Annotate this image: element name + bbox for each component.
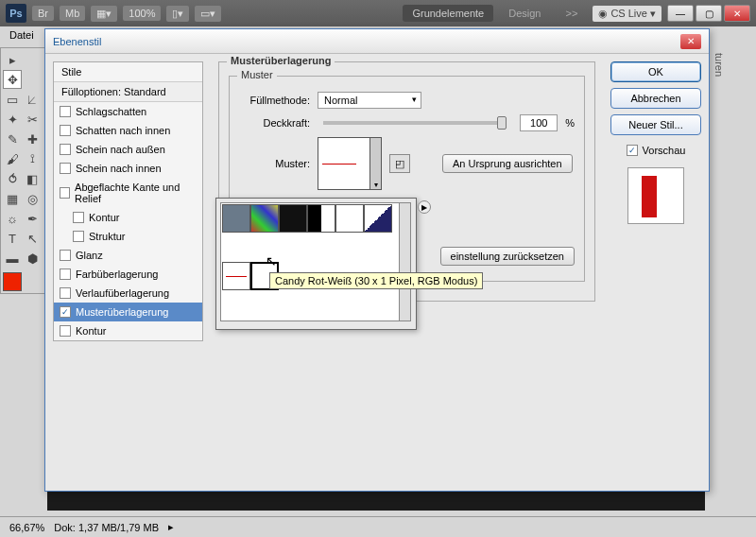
ok-button[interactable]: OK	[610, 61, 701, 82]
workspace-tab-grundelemente[interactable]: Grundelemente	[403, 5, 493, 22]
style-label: Glanz	[76, 250, 103, 261]
shape-tool[interactable]: ▬	[3, 249, 22, 268]
bridge-button[interactable]: Br	[32, 6, 54, 21]
style-outer-glow[interactable]: Schein nach außen	[54, 140, 202, 159]
history-tool[interactable]: ⥀	[3, 169, 22, 188]
expand-icon[interactable]: ▸	[3, 50, 22, 69]
pattern-preview[interactable]	[318, 137, 370, 190]
style-gradient-overlay[interactable]: Verlaufüberlagerung	[54, 284, 202, 303]
pattern-swatch[interactable]	[364, 204, 392, 233]
blur-tool[interactable]: ◎	[23, 189, 42, 208]
marquee-tool[interactable]: ▭	[3, 90, 22, 109]
checkbox[interactable]	[60, 125, 71, 136]
picker-flyout-icon[interactable]: ▶	[418, 200, 431, 214]
group-legend: Muster	[237, 69, 277, 80]
guides-button[interactable]: ▭▾	[195, 6, 221, 22]
style-contour[interactable]: Kontur	[54, 208, 202, 227]
workspace-tab-design[interactable]: Design	[499, 5, 550, 22]
pattern-swatch[interactable]	[250, 204, 279, 233]
crop-tool[interactable]: ✂	[23, 110, 42, 129]
dodge-tool[interactable]: ☼	[3, 209, 22, 228]
checkbox-checked[interactable]: ✓	[627, 145, 638, 156]
zoom-level[interactable]: 100%	[123, 6, 161, 21]
gradient-tool[interactable]: ▦	[3, 189, 22, 208]
style-bevel[interactable]: Abgeflachte Kante und Relief	[54, 178, 202, 208]
checkbox[interactable]	[60, 268, 71, 280]
pen-tool[interactable]: ✒	[23, 209, 42, 228]
doc-size[interactable]: Dok: 1,37 MB/1,79 MB	[54, 522, 159, 533]
minimize-button[interactable]: —	[667, 5, 694, 22]
arrange-button[interactable]: ▯▾	[166, 6, 189, 22]
zoom-readout[interactable]: 66,67%	[9, 522, 44, 533]
blend-mode-label: Füllmethode:	[239, 95, 310, 106]
eraser-tool[interactable]: ◧	[23, 169, 42, 188]
minibridge-button[interactable]: Mb	[60, 6, 85, 21]
move-tool[interactable]: ✥	[3, 70, 22, 89]
pattern-swatch[interactable]	[222, 204, 250, 233]
picker-scrollbar[interactable]	[400, 202, 411, 321]
wand-tool[interactable]: ✦	[3, 110, 22, 129]
chevron-right-icon[interactable]: ▸	[168, 521, 174, 533]
pattern-dropdown-icon[interactable]: ▾	[370, 137, 382, 190]
pattern-swatch[interactable]	[335, 204, 364, 233]
checkbox[interactable]	[60, 187, 70, 199]
panel-tab-label[interactable]: turen	[708, 47, 730, 82]
checkbox[interactable]	[60, 287, 71, 299]
layer-style-dialog: Ebenenstil ✕ Stile Fülloptionen: Standar…	[44, 28, 710, 492]
style-inner-shadow[interactable]: Schatten nach innen	[54, 121, 202, 140]
path-tool[interactable]: ↖	[23, 229, 42, 248]
blend-options[interactable]: Fülloptionen: Standard	[54, 82, 202, 102]
app-toolbar: Ps Br Mb ▦▾ 100% ▯▾ ▭▾ Grundelemente Des…	[0, 0, 756, 26]
heal-tool[interactable]: ✚	[23, 130, 42, 148]
dialog-title: Ebenenstil	[53, 36, 101, 47]
snap-origin-button[interactable]: An Ursprung ausrichten	[442, 154, 573, 173]
dialog-titlebar: Ebenenstil ✕	[45, 29, 709, 54]
screen-mode-button[interactable]: ▦▾	[91, 6, 117, 22]
workspace-more[interactable]: >>	[556, 5, 587, 22]
style-satin[interactable]: Glanz	[54, 246, 202, 265]
checkbox[interactable]	[60, 144, 71, 155]
brush-tool[interactable]: 🖌	[3, 149, 22, 168]
3d-tool[interactable]: ⬢	[23, 249, 42, 268]
dialog-close-button[interactable]: ✕	[680, 34, 701, 49]
style-inner-glow[interactable]: Schein nach innen	[54, 159, 202, 178]
reset-button[interactable]: einstellung zurücksetzen	[440, 247, 575, 266]
preview-label: Vorschau	[643, 145, 686, 156]
eyedropper-tool[interactable]: ✎	[3, 130, 22, 148]
close-button[interactable]: ✕	[724, 5, 750, 22]
checkbox[interactable]	[60, 250, 71, 261]
type-tool[interactable]: T	[3, 229, 22, 248]
cancel-button[interactable]: Abbrechen	[610, 88, 701, 109]
style-drop-shadow[interactable]: Schlagschatten	[54, 102, 202, 121]
checkbox-checked[interactable]: ✓	[60, 306, 71, 318]
new-preset-button[interactable]: ◰	[389, 154, 410, 173]
new-style-button[interactable]: Neuer Stil...	[610, 114, 701, 135]
pattern-swatch[interactable]	[222, 262, 250, 290]
pattern-swatch[interactable]	[307, 204, 335, 233]
blend-mode-select[interactable]: Normal	[318, 92, 421, 109]
style-label: Schein nach innen	[76, 163, 162, 174]
checkbox[interactable]	[60, 325, 71, 337]
checkbox[interactable]	[73, 231, 84, 242]
opacity-input[interactable]	[520, 114, 558, 131]
style-stroke[interactable]: Kontur	[54, 321, 202, 340]
cslive-button[interactable]: ◉ CS Live ▾	[593, 6, 662, 22]
lasso-tool[interactable]: ⟀	[23, 90, 42, 109]
slider-thumb[interactable]	[497, 116, 507, 130]
checkbox[interactable]	[73, 212, 84, 223]
checkbox[interactable]	[60, 163, 71, 174]
preview-toggle[interactable]: ✓ Vorschau	[610, 145, 701, 156]
stamp-tool[interactable]: ⟟	[23, 149, 42, 168]
maximize-button[interactable]: ▢	[696, 5, 722, 22]
style-color-overlay[interactable]: Farbüberlagerung	[54, 265, 202, 284]
menu-file[interactable]: Datei	[9, 29, 34, 41]
style-label: Kontur	[76, 325, 106, 337]
style-texture[interactable]: Struktur	[54, 227, 202, 246]
pattern-swatch[interactable]	[279, 204, 307, 233]
checkbox[interactable]	[60, 106, 71, 117]
opacity-slider[interactable]	[323, 121, 507, 125]
cslive-label: CS Live	[610, 8, 647, 19]
style-pattern-overlay[interactable]: ✓Musterüberlagerung	[54, 303, 202, 321]
foreground-color[interactable]	[3, 272, 22, 291]
style-label: Musterüberlagerung	[76, 306, 168, 318]
